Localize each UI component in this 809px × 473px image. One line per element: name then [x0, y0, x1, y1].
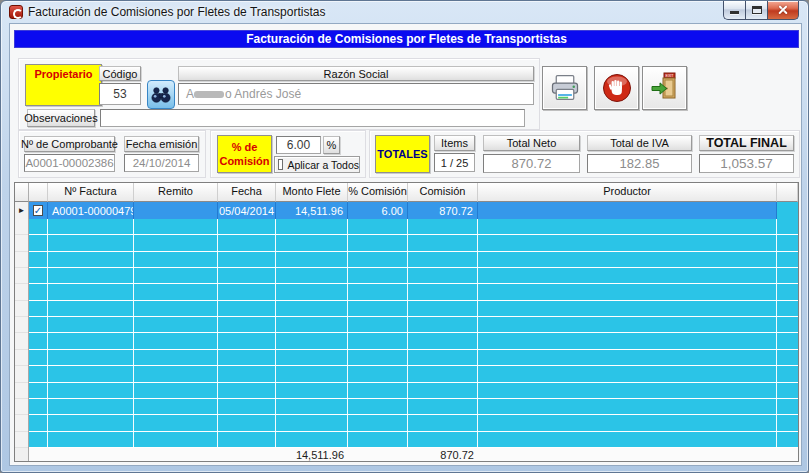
row-selector-icon: ►	[18, 206, 26, 215]
column-header-extra	[777, 183, 798, 202]
totales-label: TOTALES	[375, 135, 430, 173]
row-header-strip	[15, 219, 29, 448]
title-bar: Facturación de Comisiones por Fletes de …	[1, 1, 808, 23]
grid-corner-cell[interactable]	[15, 183, 29, 202]
comprobante-value: A0001-00002386	[24, 154, 115, 172]
maximize-icon	[752, 6, 762, 14]
column-header-pct[interactable]: % Comisión	[348, 183, 408, 202]
grid-column-lines	[29, 219, 798, 448]
column-header-factura[interactable]: Nº Factura	[48, 183, 134, 202]
comprobante-label: Nº de Comprobante	[24, 136, 115, 152]
exit-button[interactable]: EXIT	[642, 66, 687, 110]
column-header-fecha[interactable]: Fecha	[218, 183, 276, 202]
data-grid: Nº Factura Remito Fecha Monto Flete % Co…	[14, 182, 799, 462]
footer-monto-total: 14,511.96	[276, 448, 348, 461]
codigo-input[interactable]: 53	[99, 83, 141, 105]
cell-check[interactable]: ✓	[29, 202, 48, 219]
column-header-check[interactable]	[29, 183, 48, 202]
maximize-button[interactable]	[745, 1, 768, 20]
grid-empty-rows-area[interactable]	[29, 219, 798, 448]
cell-remito[interactable]	[134, 202, 218, 219]
cell-comision[interactable]: 870.72	[408, 202, 478, 219]
form-client-area: Facturación de Comisiones por Fletes de …	[9, 23, 802, 466]
minimize-icon	[730, 11, 739, 14]
razon-social-text: o Andrés José	[225, 87, 301, 101]
observaciones-input[interactable]	[100, 109, 525, 127]
comision-input[interactable]: 6.00	[276, 136, 321, 154]
total-neto-value: 870.72	[483, 154, 580, 173]
total-iva-label: Total de IVA	[587, 135, 692, 151]
grid-row-selected[interactable]: ► ✓ A0001-00000479 05/04/2014 14,511.96 …	[15, 202, 798, 219]
cell-factura[interactable]: A0001-00000479	[48, 202, 134, 219]
check-icon: ✓	[34, 206, 42, 216]
aplicar-checkbox[interactable]	[278, 159, 283, 170]
column-header-monto[interactable]: Monto Flete	[276, 183, 348, 202]
total-final-label: TOTAL FINAL	[699, 135, 794, 151]
comision-section-label: % de Comisión	[217, 135, 272, 173]
column-header-productor[interactable]: Productor	[478, 183, 777, 202]
minimize-button[interactable]	[723, 1, 745, 20]
razon-social-prefix: A	[186, 87, 194, 101]
fecha-emision-value: 24/10/2014	[124, 154, 199, 172]
items-value: 1 / 25	[434, 153, 475, 172]
search-button[interactable]	[147, 80, 175, 109]
total-final-value: 1,053.57	[699, 154, 794, 173]
row-checkbox[interactable]: ✓	[33, 205, 43, 216]
form-banner: Facturación de Comisiones por Fletes de …	[14, 30, 799, 48]
aplicar-label: Aplicar a Todos	[287, 159, 359, 171]
row-selector-cell[interactable]: ►	[15, 202, 29, 219]
total-iva-value: 182.85	[587, 154, 692, 173]
svg-text:EXIT: EXIT	[665, 74, 674, 78]
redaction-bar	[194, 91, 224, 98]
cell-monto[interactable]: 14,511.96	[276, 202, 348, 219]
razon-social-label: Razón Social	[178, 66, 534, 81]
cell-extra	[777, 202, 798, 219]
binoculars-icon	[150, 85, 172, 104]
razon-social-input[interactable]: A o Andrés José	[178, 83, 534, 105]
aplicar-checkbox-group[interactable]: Aplicar a Todos	[274, 156, 360, 173]
printer-icon	[550, 74, 580, 102]
observaciones-label: Observaciones	[27, 109, 95, 127]
exit-door-icon: EXIT	[649, 72, 681, 104]
grid-header: Nº Factura Remito Fecha Monto Flete % Co…	[15, 183, 798, 202]
total-neto-label: Total Neto	[483, 135, 580, 151]
footer-comision-total: 870.72	[408, 448, 478, 461]
app-icon	[9, 5, 23, 19]
app-window: Facturación de Comisiones por Fletes de …	[0, 0, 809, 473]
column-header-comision[interactable]: Comisión	[408, 183, 478, 202]
stop-hand-icon	[601, 72, 633, 104]
print-button[interactable]	[542, 66, 587, 110]
items-label: Items	[434, 135, 475, 151]
window-title: Facturación de Comisiones por Fletes de …	[28, 1, 325, 23]
column-header-remito[interactable]: Remito	[134, 183, 218, 202]
propietario-label: Propietario	[25, 64, 102, 106]
cell-productor[interactable]	[478, 202, 777, 219]
banner-title: Facturación de Comisiones por Fletes de …	[246, 32, 567, 46]
grid-body	[15, 219, 798, 448]
close-button[interactable]	[768, 1, 799, 20]
grid-footer: 14,511.96 870.72	[15, 448, 798, 461]
fecha-emision-label: Fecha emisión	[124, 136, 199, 152]
percent-button[interactable]: %	[323, 136, 340, 154]
codigo-label: Código	[99, 66, 141, 81]
cell-pct[interactable]: 6.00	[348, 202, 408, 219]
footer-row-header	[15, 448, 29, 461]
cell-fecha[interactable]: 05/04/2014	[218, 202, 276, 219]
stop-button[interactable]	[594, 66, 639, 110]
